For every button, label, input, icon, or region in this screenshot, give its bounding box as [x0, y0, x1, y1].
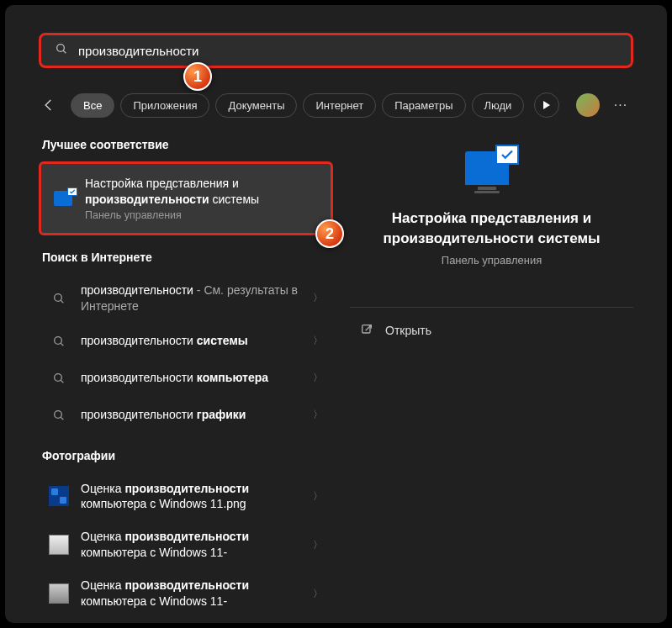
web-result-3[interactable]: производительности графики 〉: [39, 397, 333, 434]
divider: [350, 307, 633, 308]
chevron-right-icon: 〉: [313, 371, 323, 385]
filter-all[interactable]: Все: [71, 93, 114, 118]
search-container: [39, 33, 633, 68]
more-options-button[interactable]: ···: [608, 92, 633, 118]
svg-point-0: [57, 45, 65, 52]
section-best-match: Лучшее соответствие Настройка представле…: [39, 129, 333, 235]
filter-apps[interactable]: Приложения: [120, 93, 209, 118]
image-thumb-icon: [49, 535, 69, 555]
svg-line-10: [61, 417, 63, 420]
svg-line-8: [61, 380, 63, 383]
back-button[interactable]: [39, 95, 59, 115]
content-area: Лучшее соответствие Настройка представле…: [39, 129, 633, 615]
photo-result-1[interactable]: Оценка производительности компьютера с W…: [39, 520, 333, 569]
web-result-body: производительности - См. результаты в Ин…: [81, 282, 301, 314]
svg-point-5: [55, 336, 62, 344]
search-input[interactable]: [78, 44, 617, 58]
section-header-best: Лучшее соответствие: [39, 129, 333, 161]
chevron-right-icon: 〉: [313, 587, 323, 601]
photo-result-0[interactable]: Оценка производительности компьютера с W…: [39, 472, 333, 521]
section-web: Поиск в Интернете производительности - С…: [39, 242, 333, 434]
search-icon: [49, 405, 69, 425]
search-icon: [49, 368, 69, 388]
search-icon: [49, 331, 69, 351]
search-panel: Все Приложения Документы Интернет Параме…: [5, 5, 667, 623]
open-action[interactable]: Открыть: [350, 311, 633, 351]
detail-card: Настройка представления и производительн…: [350, 129, 633, 290]
best-result-title: Настройка представления и производительн…: [85, 176, 319, 208]
svg-line-1: [63, 50, 66, 53]
search-icon: [49, 288, 69, 309]
svg-line-6: [61, 343, 63, 346]
chevron-right-icon: 〉: [313, 334, 323, 348]
photo-result-2[interactable]: Оценка производительности компьютера с W…: [39, 569, 333, 615]
open-icon: [360, 323, 373, 339]
web-result-1[interactable]: производительности системы 〉: [39, 323, 333, 360]
filter-pills: Все Приложения Документы Интернет Параме…: [71, 93, 526, 118]
section-photos: Фотографии Оценка производительности ком…: [39, 441, 333, 615]
filter-settings[interactable]: Параметры: [382, 93, 465, 118]
section-header-photos: Фотографии: [39, 441, 333, 472]
search-box[interactable]: [39, 33, 633, 68]
system-performance-icon: [53, 188, 73, 208]
image-thumb-icon: [49, 486, 69, 506]
filter-docs[interactable]: Документы: [215, 93, 297, 118]
best-result-body: Настройка представления и производительн…: [85, 176, 319, 221]
search-icon: [55, 42, 68, 59]
web-result-2[interactable]: производительности компьютера 〉: [39, 360, 333, 397]
best-result-sub: Панель управления: [85, 209, 319, 221]
svg-rect-11: [362, 325, 370, 332]
annotation-1: 1: [183, 62, 212, 91]
system-performance-icon: [465, 145, 519, 193]
svg-point-3: [55, 293, 62, 301]
svg-marker-2: [543, 101, 550, 109]
detail-subtitle: Панель управления: [358, 254, 625, 267]
chevron-right-icon: 〉: [313, 291, 323, 305]
results-column: Лучшее соответствие Настройка представле…: [39, 129, 333, 615]
user-avatar[interactable]: [576, 93, 600, 117]
svg-point-7: [55, 373, 62, 381]
open-label: Открыть: [385, 324, 431, 337]
chevron-right-icon: 〉: [313, 538, 323, 552]
filter-web[interactable]: Интернет: [303, 93, 376, 118]
detail-title: Настройка представления и производительн…: [358, 208, 625, 249]
filter-people[interactable]: Люди: [472, 93, 525, 118]
scroll-filters-button[interactable]: [534, 92, 559, 118]
image-thumb-icon: [49, 583, 69, 604]
web-result-0[interactable]: производительности - См. результаты в Ин…: [39, 274, 333, 323]
best-result[interactable]: Настройка представления и производительн…: [39, 161, 333, 235]
svg-point-9: [55, 410, 62, 418]
chevron-right-icon: 〉: [313, 408, 323, 422]
filter-row: Все Приложения Документы Интернет Параме…: [39, 88, 633, 122]
annotation-2: 2: [315, 219, 344, 248]
chevron-right-icon: 〉: [313, 489, 323, 504]
svg-line-4: [61, 300, 63, 303]
section-header-web: Поиск в Интернете: [39, 242, 333, 274]
detail-column: Настройка представления и производительн…: [350, 129, 633, 615]
